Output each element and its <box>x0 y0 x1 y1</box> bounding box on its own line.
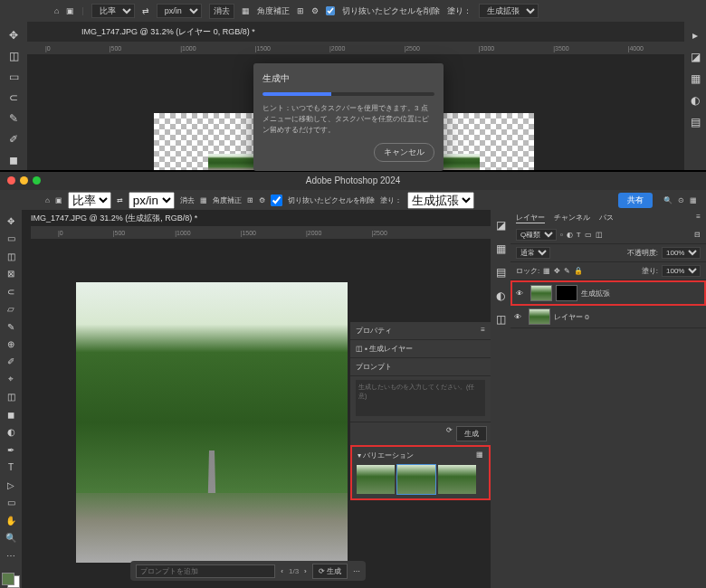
filter-toggle[interactable]: ⊟ <box>694 231 701 239</box>
ratio-select[interactable]: 比率 <box>68 192 111 209</box>
type-tool[interactable]: T <box>2 460 20 475</box>
crop-icon[interactable]: ▣ <box>55 196 62 204</box>
brush-tool[interactable]: ✐ <box>4 130 24 149</box>
layer-thumb[interactable] <box>530 285 552 301</box>
move-tool[interactable]: ✥ <box>4 25 24 44</box>
move-tool[interactable]: ✥ <box>2 213 20 228</box>
workspace-icon[interactable]: ▦ <box>690 196 697 204</box>
marquee-tool[interactable]: ▭ <box>2 231 20 245</box>
tab-paths[interactable]: パス <box>599 213 614 223</box>
color-swatches[interactable] <box>2 573 20 587</box>
variation-thumb-2[interactable] <box>397 465 435 494</box>
taskbar-generate-button[interactable]: ⟳ 生成 <box>312 564 348 579</box>
layer-name[interactable]: 生成拡張 <box>581 289 610 299</box>
crop-tool[interactable]: ◫ <box>2 249 20 263</box>
lasso-tool[interactable]: ⊂ <box>4 88 24 107</box>
adjustments-panel-icon[interactable]: ◐ <box>491 286 510 306</box>
tab-channels[interactable]: チャンネル <box>554 213 590 223</box>
swap-icon[interactable]: ⇄ <box>117 196 123 204</box>
unit-select[interactable]: px/in <box>157 4 202 18</box>
layer-mask-thumb[interactable] <box>556 285 577 301</box>
eyedropper-tool[interactable]: ✎ <box>2 319 20 334</box>
crop-icon[interactable]: ▣ <box>66 6 74 15</box>
filter-smart-icon[interactable]: ◫ <box>596 231 603 239</box>
canvas[interactable] <box>76 282 348 563</box>
opacity-select[interactable]: 100% <box>662 247 701 259</box>
straighten-icon[interactable]: ▦ <box>200 196 207 204</box>
refresh-icon[interactable]: ⟳ <box>446 426 453 441</box>
heal-tool[interactable]: ⊕ <box>2 337 20 351</box>
pen-tool[interactable]: ✒ <box>2 442 20 457</box>
blend-mode-select[interactable]: 通常 <box>516 247 550 259</box>
minimize-window[interactable] <box>20 176 28 185</box>
swatches-panel-icon[interactable]: ▦ <box>491 239 510 259</box>
panel-icon[interactable]: ▸ <box>685 25 705 45</box>
straighten-icon[interactable]: ▦ <box>242 6 250 15</box>
ratio-select[interactable]: 比率 <box>91 4 135 18</box>
grid-icon[interactable]: ⊞ <box>297 6 304 15</box>
adjust-icon[interactable]: ◐ <box>685 90 705 110</box>
prompt-input[interactable] <box>356 380 485 416</box>
eraser-tool[interactable]: ◫ <box>2 390 20 404</box>
gradient-tool[interactable]: ◼ <box>4 151 24 170</box>
generate-button[interactable]: 生成 <box>456 426 487 441</box>
grid-icon[interactable]: ⊞ <box>247 196 253 204</box>
visibility-icon[interactable]: 👁 <box>516 289 527 298</box>
gear-icon[interactable]: ⚙ <box>311 6 319 15</box>
lock-icon[interactable]: 🔒 <box>574 267 583 275</box>
layer-thumb[interactable] <box>529 308 550 325</box>
lock-px-icon[interactable]: ✎ <box>564 267 570 275</box>
frame-tool[interactable]: ⊠ <box>2 266 20 280</box>
prev-icon[interactable]: ‹ <box>281 567 283 575</box>
eyedropper-tool[interactable]: ✎ <box>4 109 24 128</box>
more-icon[interactable]: ⋯ <box>353 567 360 575</box>
share-button[interactable]: 共有 <box>618 193 653 208</box>
unit-select[interactable]: px/in <box>129 192 175 209</box>
filter-pixel-icon[interactable]: ▫ <box>560 231 563 239</box>
maximize-window[interactable] <box>33 176 41 185</box>
more-tools[interactable]: ⋯ <box>2 548 20 563</box>
layer-filter-select[interactable]: Q種類 <box>516 229 557 241</box>
contextual-taskbar[interactable]: ‹ 1/3 › ⟳ 生成 ⋯ <box>130 561 366 581</box>
filter-adjust-icon[interactable]: ◐ <box>567 231 573 239</box>
lock-pos-icon[interactable]: ✥ <box>554 267 560 275</box>
clear-button[interactable]: 消去 <box>209 4 234 19</box>
layer-name[interactable]: レイヤー 0 <box>554 312 589 322</box>
layer-row-0[interactable]: 👁 レイヤー 0 <box>510 306 706 328</box>
gradients-panel-icon[interactable]: ▤ <box>491 262 510 282</box>
swap-icon[interactable]: ⇄ <box>142 6 149 15</box>
delete-px-checkbox[interactable] <box>326 6 335 15</box>
stamp-tool[interactable]: ⌖ <box>2 372 20 386</box>
crop-tool[interactable]: ◫ <box>4 46 24 65</box>
filter-shape-icon[interactable]: ▭ <box>585 231 592 239</box>
marquee-tool[interactable]: ▭ <box>4 67 24 86</box>
home-icon[interactable]: ⌂ <box>54 6 59 15</box>
dodge-tool[interactable]: ◐ <box>2 425 20 440</box>
color-panel-icon[interactable]: ◪ <box>491 215 510 235</box>
select-tool[interactable]: ▱ <box>2 301 20 316</box>
panel-menu-icon[interactable]: ≡ <box>481 326 485 336</box>
layers-icon[interactable]: ▤ <box>685 112 705 132</box>
gear-icon[interactable]: ⚙ <box>259 196 265 204</box>
next-icon[interactable]: › <box>304 567 307 575</box>
cancel-button[interactable]: キャンセル <box>374 143 434 162</box>
lock-all-icon[interactable]: ▦ <box>543 267 550 275</box>
tab-layers[interactable]: レイヤー <box>516 213 545 223</box>
filter-type-icon[interactable]: T <box>577 231 581 239</box>
libraries-panel-icon[interactable]: ◫ <box>491 309 510 329</box>
brush-tool[interactable]: ✐ <box>2 355 20 369</box>
chevron-down-icon[interactable]: ▾ <box>358 451 361 460</box>
visibility-icon[interactable]: 👁 <box>514 313 525 321</box>
delete-px-checkbox[interactable] <box>271 194 282 206</box>
zoom-tool[interactable]: 🔍 <box>2 530 20 545</box>
search-icon[interactable]: 🔍 <box>663 196 673 204</box>
grid-view-icon[interactable]: ▦ <box>476 450 483 460</box>
shape-tool[interactable]: ▭ <box>2 496 20 510</box>
close-window[interactable] <box>7 176 15 185</box>
fill-select[interactable]: 生成拡張 <box>479 4 539 18</box>
lasso-tool[interactable]: ⊂ <box>2 284 20 299</box>
variation-thumb-3[interactable] <box>438 465 476 494</box>
layer-row-genexpand[interactable]: 👁 生成拡張 <box>510 280 706 306</box>
panel-menu-icon[interactable]: ≡ <box>696 213 701 223</box>
document-tab[interactable]: IMG_1747.JPG @ 31.2% (生成拡張, RGB/8) * <box>22 210 206 228</box>
